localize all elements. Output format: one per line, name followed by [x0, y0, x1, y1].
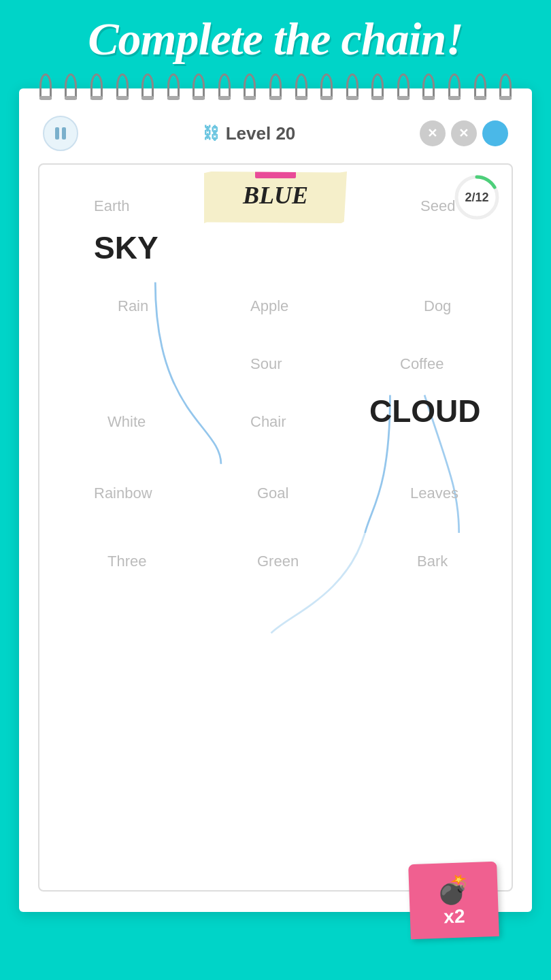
level-info: ⛓ Level 20: [203, 123, 296, 144]
spiral-17: [448, 74, 461, 99]
notebook: ⛓ Level 20 ✕ ✕ BLUE 2/12: [19, 88, 532, 912]
header-icons: ✕ ✕: [420, 120, 508, 146]
hint-button[interactable]: 💣 x2: [408, 862, 499, 939]
word-apple[interactable]: Apple: [250, 297, 288, 315]
spiral-4: [116, 74, 129, 99]
progress-circle: 2/12: [452, 173, 501, 222]
word-goal[interactable]: Goal: [257, 485, 288, 502]
word-rain[interactable]: Rain: [118, 297, 148, 315]
pause-icon: [55, 127, 66, 140]
link-icon: ⛓: [203, 124, 219, 143]
word-dog[interactable]: Dog: [424, 297, 451, 315]
spiral-6: [167, 74, 180, 99]
spiral-5: [141, 74, 154, 99]
spiral-8: [218, 74, 231, 99]
spiral-binding: [19, 69, 532, 99]
progress-text: 2/12: [465, 191, 488, 205]
note-tape: [255, 163, 296, 178]
spiral-2: [65, 74, 77, 99]
spiral-13: [346, 74, 358, 99]
notebook-content: ⛓ Level 20 ✕ ✕ BLUE 2/12: [19, 102, 532, 912]
hint-dot[interactable]: [482, 120, 508, 146]
spiral-11: [295, 74, 307, 99]
note-card: BLUE: [204, 172, 347, 223]
spiral-7: [193, 74, 205, 99]
word-coffee[interactable]: Coffee: [400, 355, 444, 373]
spiral-12: [320, 74, 333, 99]
word-white[interactable]: White: [107, 413, 146, 431]
word-leaves[interactable]: Leaves: [410, 485, 458, 502]
spiral-10: [269, 74, 282, 99]
spiral-15: [397, 74, 410, 99]
level-label: Level 20: [226, 123, 296, 144]
pause-button[interactable]: [43, 116, 78, 151]
spiral-1: [39, 74, 52, 99]
spiral-19: [499, 74, 512, 99]
word-rainbow[interactable]: Rainbow: [94, 485, 152, 502]
bomb-icon: 💣: [436, 873, 471, 906]
word-green[interactable]: Green: [257, 553, 299, 570]
spiral-14: [371, 74, 384, 99]
game-area: BLUE 2/12: [38, 163, 513, 892]
word-seed[interactable]: Seed: [420, 197, 455, 215]
spiral-3: [90, 74, 103, 99]
word-chair[interactable]: Chair: [250, 413, 286, 431]
hint-count: x2: [444, 905, 465, 928]
page-title: Complete the chain!: [88, 13, 463, 65]
connectors-svg: [39, 226, 512, 852]
spiral-9: [244, 74, 256, 99]
close-button-2[interactable]: ✕: [451, 120, 477, 146]
word-cloud[interactable]: CLOUD: [369, 393, 481, 429]
header-bar: ⛓ Level 20 ✕ ✕: [33, 109, 518, 158]
spiral-18: [474, 74, 486, 99]
note-word: BLUE: [218, 181, 333, 210]
word-sky[interactable]: SKY: [94, 229, 158, 266]
close-button-1[interactable]: ✕: [420, 120, 446, 146]
spiral-16: [422, 74, 435, 99]
word-earth[interactable]: Earth: [94, 197, 130, 215]
word-three[interactable]: Three: [107, 553, 146, 570]
word-bark[interactable]: Bark: [417, 553, 448, 570]
word-sour[interactable]: Sour: [250, 355, 282, 373]
title-area: Complete the chain!: [0, 0, 551, 73]
